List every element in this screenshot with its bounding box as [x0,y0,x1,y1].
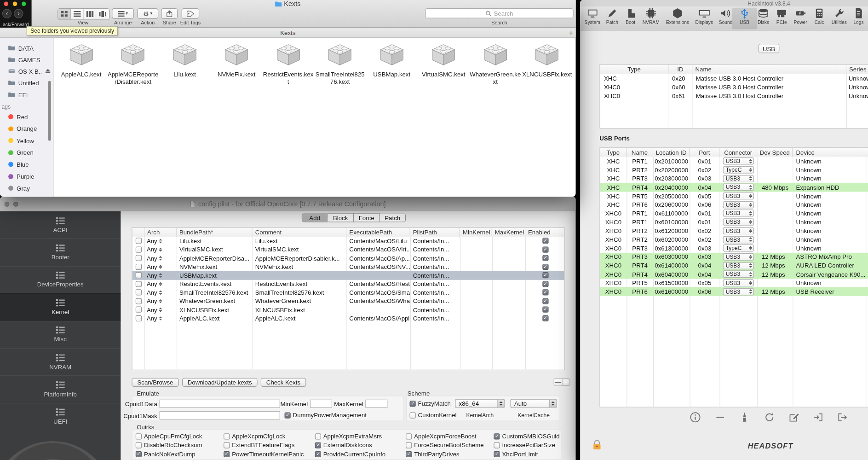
column-view-button[interactable] [84,9,97,19]
minus-button[interactable] [714,411,726,423]
quirk-applexcpmextramsrs[interactable]: AppleXcpmExtraMsrs [315,433,382,439]
row-checkbox[interactable] [135,281,141,287]
tag-item-gray[interactable]: Gray [0,182,53,194]
column-header[interactable]: Location ID [653,148,690,157]
checkbox[interactable] [224,442,230,448]
column-header[interactable]: Enabled [525,228,564,237]
connector-dropdown[interactable]: USB3 [723,262,754,269]
connector-dropdown[interactable]: USB3 [723,210,754,217]
enabled-checkbox[interactable] [542,238,548,244]
checkbox[interactable] [136,433,142,439]
kernel-table-row[interactable]: AnyXLNCUSBFix.kextXLNCUSBFix.kextContent… [132,305,564,314]
usb-port-row[interactable]: XHC0PRT30x603000000x03USB312 MbpsASTRO M… [600,252,868,261]
kext-file-icon[interactable]: Lilu.kext [159,41,211,85]
enabled-checkbox[interactable] [542,264,548,270]
usb-port-row[interactable]: XHC0PRT10x611000000x01USB3Unknown [600,209,868,218]
tag-item-purple[interactable]: Purple [0,170,53,182]
column-header[interactable]: Comment [253,228,347,237]
checkbox[interactable] [136,442,142,448]
forward-button[interactable]: › [14,9,23,18]
kernel-table-row[interactable]: AnyRestrictEvents.kextRestrictEvents.kex… [132,279,564,288]
row-checkbox[interactable] [135,272,141,278]
quirk-externaldiskicons[interactable]: ExternalDiskIcons [315,442,372,448]
checkbox[interactable] [224,451,230,457]
kernel-table-row[interactable]: AnyAppleALC.kextAppleALC.kextContents/Ma… [132,314,564,323]
sidebar-item-games[interactable]: GAMES [0,54,53,65]
checkbox[interactable] [410,412,416,418]
row-checkbox[interactable] [135,264,141,270]
column-header[interactable]: Type [600,148,627,157]
kext-file-icon[interactable]: XLNCUSBFix.kext [521,41,573,85]
quirk-applexcpmcfglock[interactable]: AppleXcpmCfgLock [224,433,285,439]
checkbox[interactable] [494,442,500,448]
tab-block[interactable]: Block [328,213,354,222]
opencore-sidebar-item-misc[interactable]: Misc [0,320,121,348]
checkbox[interactable] [406,442,412,448]
usb-port-row[interactable]: XHCPRT40x204000000x04USB3480 MbpsExpansi… [600,183,868,192]
list-view-button[interactable] [71,9,84,19]
refresh-button[interactable] [763,411,775,423]
customkernel-checkbox[interactable]: CustomKernel [410,412,457,418]
usb-port-row[interactable]: XHCPRT30x203000000x03USB3Unknown [600,174,868,183]
kext-file-icon[interactable]: NVMeFix.kext [211,41,263,85]
connector-dropdown[interactable]: USB3 [723,227,754,234]
column-header[interactable] [132,228,144,237]
quirk-powertimeoutkernelpanic[interactable]: PowerTimeoutKernelPanic [224,451,304,457]
search-input[interactable]: Search [425,8,574,18]
kernel-table-row[interactable]: AnyWhateverGreen.kextWhateverGreen.kextC… [132,297,564,306]
sidebar-item-efi[interactable]: EFI [0,89,53,100]
kext-file-icon[interactable]: WhateverGreen.kext [469,41,521,85]
usb-tab-chip[interactable]: USB [759,44,780,53]
connector-dropdown[interactable]: USB3 [723,288,754,295]
checkbox[interactable] [315,433,321,439]
usb-port-row[interactable]: XHC0PRT50x615000000x05USB3Unknown [600,279,868,287]
usb-port-row[interactable]: XHC0PRT30x613000000x03TypeCUnknown [600,244,868,252]
usb-controller-row[interactable]: XHC00x60Matisse USB 3.0 Host ControllerU… [600,82,868,91]
column-header[interactable]: MaxKernel [492,228,525,237]
checkbox[interactable] [224,433,230,439]
sidebar-item-untitled[interactable]: Untitled [0,77,53,88]
back-button[interactable]: ‹ [2,9,11,18]
kernel-table-row[interactable]: AnyNVMeFix.kextNVMeFix.kextContents/MacO… [132,262,564,271]
connector-dropdown[interactable]: USB3 [723,201,754,209]
add-tab-button[interactable]: + [566,28,576,38]
connector-dropdown[interactable]: USB3 [723,236,754,243]
column-header[interactable]: Name [627,148,653,157]
quirk-increasepcibarsize[interactable]: IncreasePciBarSize [494,442,555,448]
enabled-checkbox[interactable] [542,307,548,313]
tag-item-green[interactable]: Green [0,146,53,158]
column-header[interactable]: MinKernel [460,228,492,237]
usb-port-row[interactable]: XHC0PRT10x601000000x01USB3Unknown [600,218,868,227]
kernel-table-row[interactable]: AnyVirtualSMC.kextVirtualSMC.kextContent… [132,245,564,254]
column-header[interactable]: BundlePath* [177,228,253,237]
toolbar-item-extensions[interactable]: Extensions [665,8,690,29]
checkbox[interactable] [406,451,412,457]
checkbox[interactable] [406,433,412,439]
checkbox[interactable] [494,451,500,457]
connector-dropdown[interactable]: USB3 [723,218,754,226]
checkbox[interactable] [136,451,142,457]
enabled-checkbox[interactable] [542,246,548,252]
connector-dropdown[interactable]: USB3 [723,157,754,165]
column-header[interactable]: ID [669,65,693,74]
column-header[interactable]: Device [793,148,868,157]
scan-browse-button[interactable]: Scan/Browse [132,378,178,387]
column-header[interactable]: Type [600,65,668,74]
opencore-sidebar-item-nvram[interactable]: NVRAM [0,348,121,375]
quirk-applecpupmcfglock[interactable]: AppleCpuPmCfgLock [136,433,202,439]
usb-port-row[interactable]: XHC0PRT60x616000000x06USB312 MbpsUSB Rec… [600,287,868,296]
tag-item-orange[interactable]: Orange [0,123,53,135]
enabled-checkbox[interactable] [542,290,548,296]
dummy-power-management-checkbox[interactable]: DummyPowerManagement [285,412,367,418]
quirk-extendbtfeatureflags[interactable]: ExtendBTFeatureFlags [224,442,294,448]
enabled-checkbox[interactable] [542,298,548,304]
kernel-table-row[interactable]: AnyLilu.kextLilu.kextContents/MacOS/Lilu… [132,237,564,245]
checkbox[interactable] [494,433,500,439]
usb-port-row[interactable]: XHCPRT50x205000000x05USB3Unknown [600,192,868,200]
connector-dropdown[interactable]: TypeC [723,245,754,252]
edit-button[interactable] [788,411,799,423]
opencore-sidebar-item-platforminfo[interactable]: PlatformInfo [0,375,121,402]
checkbox[interactable] [285,412,291,418]
connector-dropdown[interactable]: USB3 [723,253,754,261]
quirk-disablertcchecksum[interactable]: DisableRtcChecksum [136,442,202,448]
